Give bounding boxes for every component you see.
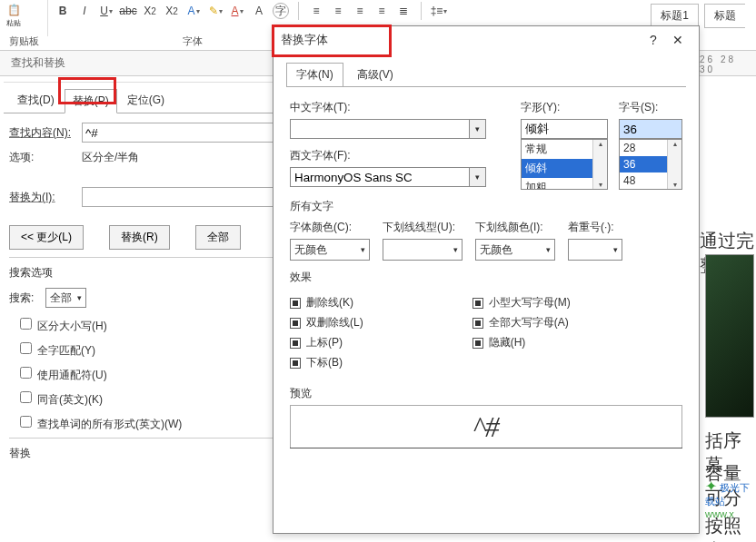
replace-all-button[interactable]: 全部 [195,225,241,250]
tab-find[interactable]: 查找(D) [9,88,63,113]
superscript-icon[interactable]: X2 [164,3,180,19]
underline-color-label: 下划线颜色(I): [475,220,555,235]
paste-icon: 📋 [5,2,22,18]
effects-grid: 删除线(K) 双删除线(L) 上标(P) 下标(B) 小型大写字母(M) 全部大… [290,291,682,375]
watermark-logo: ✦ 极光下载站 www.x [705,478,756,519]
eff-allcaps[interactable]: 全部大写字母(A) [472,315,571,330]
preview-box: ^# [290,405,682,448]
tab-goto[interactable]: 定位(G) [119,88,173,113]
paste-button[interactable]: 📋 粘贴 [5,2,22,28]
align-center-icon[interactable]: ≡ [330,3,346,19]
separator [298,2,299,20]
underline-icon[interactable]: U▾ [98,3,114,19]
size-input[interactable] [619,119,682,139]
chevron-down-icon: ▾ [613,245,618,254]
search-scope-label: 搜索: [9,291,45,306]
tab-font[interactable]: 字体(N) [286,63,343,86]
size-label: 字号(S): [619,100,682,115]
align-left-icon[interactable]: ≡ [308,3,324,19]
font-color-select[interactable]: 无颜色 ▾ [290,239,370,261]
replace-button[interactable]: 替换(R) [109,225,170,250]
emphasis-select[interactable]: ▾ [568,239,622,261]
text-effects-icon[interactable]: A▾ [185,3,202,19]
eff-strike[interactable]: 删除线(K) [290,295,363,310]
style-heading[interactable]: 标题 [704,4,745,28]
chevron-down-icon: ▾ [453,245,458,254]
ruler: 26 28 30 [700,54,754,74]
font-color-label: 字体颜色(C): [290,220,370,235]
eff-superscript[interactable]: 上标(P) [290,335,363,350]
replace-with-label: 替换为(I): [9,190,82,205]
preview-text: ^# [472,410,500,444]
dialog-body: 中文字体(T): ▾ 西文字体(F): ▾ 字形(Y): 常规 倾斜 加粗 [274,100,699,448]
dialog-title: 替换字体 [281,32,328,48]
cn-font-input[interactable] [290,119,470,139]
clipboard-group-label: 剪贴板 [0,34,47,48]
scrollbar[interactable]: ▴▾ [667,140,681,189]
underline-style-label: 下划线线型(U): [383,220,463,235]
eff-subscript[interactable]: 下标(B) [290,355,363,370]
preview-section: 预览 ^# [290,386,682,448]
dialog-tabs: 字体(N) 高级(V) [286,63,686,87]
distribute-icon[interactable]: ≣ [395,3,412,19]
font-toolbar: B I U▾ abc X2 X2 A▾ ✎▾ A▾ A 字 ≡ ≡ ≡ ≡ ≣ … [0,2,447,20]
color-row: 字体颜色(C): 无颜色 ▾ 下划线线型(U): ▾ 下划线颜色(I): 无颜色… [290,220,682,261]
scrollbar[interactable]: ▴▾ [592,140,607,189]
search-scope-value: 全部 [50,291,72,306]
chevron-down-icon: ▾ [77,293,82,302]
highlight-icon[interactable]: ✎▾ [207,3,224,19]
style-heading1[interactable]: 标题1 [651,4,699,28]
ribbon-divider [47,0,48,36]
search-scope-select[interactable]: 全部 ▾ [45,288,86,308]
eff-smallcaps[interactable]: 小型大写字母(M) [472,295,571,310]
all-text-label: 所有文字 [290,199,682,214]
en-font-dropdown[interactable]: ▾ [470,167,486,187]
effects-label: 效果 [290,270,682,285]
eff-dstrike[interactable]: 双删除线(L) [290,315,363,330]
cn-font-dropdown[interactable]: ▾ [470,119,486,139]
close-button[interactable]: ✕ [664,33,691,47]
font-color-value: 无颜色 [294,242,327,258]
separator [421,2,422,20]
char-shading-icon[interactable]: A [251,3,267,19]
italic-icon[interactable]: I [76,3,93,19]
en-font-input[interactable] [290,167,470,187]
en-font-label: 西文字体(F): [290,148,510,163]
styles-gallery[interactable]: 标题1 标题 [651,4,751,28]
options-label: 选项: [9,150,82,165]
align-right-icon[interactable]: ≡ [352,3,368,19]
help-button[interactable]: ? [642,33,664,47]
bold-icon[interactable]: B [55,3,71,19]
paste-label: 粘贴 [6,18,21,28]
font-dialog: 替换字体 ? ✕ 字体(N) 高级(V) 中文字体(T): ▾ 西文字体(F):… [273,25,700,534]
subscript-icon[interactable]: X2 [142,3,158,19]
preview-label: 预览 [290,386,682,401]
eff-hidden[interactable]: 隐藏(H) [472,335,571,350]
size-listbox[interactable]: 28 36 48 ▴▾ [619,139,682,190]
tab-advanced[interactable]: 高级(V) [347,63,403,86]
underline-color-value: 无颜色 [480,242,512,258]
align-justify-icon[interactable]: ≡ [373,3,390,19]
cn-font-label: 中文字体(T): [290,100,510,115]
find-label: 查找内容(N): [9,125,82,141]
line-spacing-icon[interactable]: ‡≡▾ [431,3,447,19]
less-button[interactable]: << 更少(L) [9,225,84,250]
document-image [705,254,754,418]
search-bar-label: 查找和替换 [11,55,65,71]
strike-icon[interactable]: abc [120,3,136,19]
tab-replace[interactable]: 替换(P) [65,89,117,113]
chevron-down-icon: ▾ [361,245,365,254]
document-area: 26 28 30 通过完整的 [700,54,754,278]
underline-color-select[interactable]: 无颜色 ▾ [475,239,555,261]
style-input[interactable] [521,119,608,139]
enclose-char-icon[interactable]: 字 [273,3,289,19]
dialog-titlebar: 替换字体 ? ✕ [274,26,699,54]
font-color-icon[interactable]: A▾ [229,3,245,19]
underline-style-select[interactable]: ▾ [383,239,463,261]
emphasis-label: 着重号(·): [568,220,622,235]
style-listbox[interactable]: 常规 倾斜 加粗 ▴▾ [521,139,608,190]
chevron-down-icon: ▾ [546,245,551,254]
style-label: 字形(Y): [521,100,608,115]
